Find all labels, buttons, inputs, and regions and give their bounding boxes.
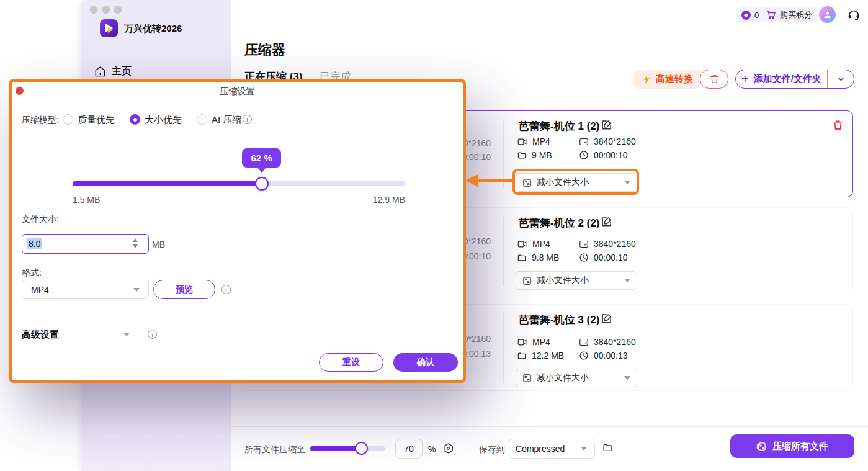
compression-settings-dialog: 压缩设置 压缩模型: 质量优先 大小优先 AI 压缩 i 62 % 1.5 MB… xyxy=(9,79,466,383)
confirm-button[interactable]: 确认 xyxy=(393,353,458,372)
radio-size-label[interactable]: 大小优先 xyxy=(145,114,182,126)
format-dropdown[interactable]: MP4 xyxy=(22,280,149,299)
slider-min-label: 1.5 MB xyxy=(73,195,100,205)
compress-mode-label: 减小文件大小 xyxy=(537,275,589,286)
info-icon[interactable]: i xyxy=(148,330,157,339)
file-name: 芭蕾舞-机位 2 (2) xyxy=(519,216,599,230)
buy-credits-label: 购买积分 xyxy=(780,9,812,20)
file-name: 芭蕾舞-机位 1 (2) xyxy=(519,119,599,133)
clock-icon xyxy=(579,253,589,262)
window-zoom-button[interactable] xyxy=(114,6,122,14)
reset-button[interactable]: 重设 xyxy=(319,353,383,372)
slider-max-label: 12.9 MB xyxy=(359,195,405,205)
duration-meta: 00:00:10 xyxy=(579,150,628,160)
size-meta: 9.8 MB xyxy=(517,253,559,262)
app-logo-icon xyxy=(100,19,118,37)
percent-input[interactable] xyxy=(395,439,423,459)
cart-icon xyxy=(766,10,776,20)
preview-button[interactable]: 预览 xyxy=(153,280,215,299)
format-label: 格式: xyxy=(22,267,42,279)
duration-meta: 00:00:10 xyxy=(579,253,628,262)
compress-to-label: 所有文件压缩至 xyxy=(244,444,305,455)
resolution-icon xyxy=(579,338,589,347)
radio-quality-label[interactable]: 质量优先 xyxy=(78,114,115,126)
window-close-button[interactable] xyxy=(90,6,98,14)
stepper-arrows[interactable] xyxy=(133,238,138,248)
annotation-arrow-head xyxy=(465,174,478,187)
reduce-size-icon xyxy=(522,374,532,383)
size-slider[interactable] xyxy=(73,181,405,186)
clock-icon xyxy=(579,150,589,160)
page-title: 压缩器 xyxy=(244,41,285,60)
radio-ai-compress[interactable] xyxy=(197,114,207,125)
avatar[interactable] xyxy=(819,6,836,23)
add-files-main[interactable]: + 添加文件/文件夹 xyxy=(736,72,827,86)
coin-icon: ◆ xyxy=(741,11,751,20)
info-icon[interactable]: i xyxy=(221,285,231,294)
save-to-label: 保存到 xyxy=(479,444,505,455)
open-folder-icon[interactable] xyxy=(602,442,614,453)
resolution-meta: 3840*2160 xyxy=(579,137,636,146)
advanced-settings-toggle[interactable]: 高级设置 xyxy=(22,329,59,341)
chevron-down-icon[interactable] xyxy=(123,333,130,336)
clear-list-button[interactable] xyxy=(700,70,728,89)
credits-count: 0 xyxy=(754,11,759,20)
clock-icon xyxy=(579,351,589,361)
sidebar-item-home[interactable]: 主页 xyxy=(94,62,218,81)
footer-divider xyxy=(231,426,868,427)
reduce-size-icon xyxy=(522,276,532,285)
global-compress-slider-handle[interactable] xyxy=(355,442,368,455)
card-divider xyxy=(503,217,504,286)
compress-mode-dropdown[interactable]: 减小文件大小 xyxy=(516,271,637,290)
file-size-input[interactable]: 8.0 xyxy=(22,234,149,254)
compress-mode-label: 减小文件大小 xyxy=(537,372,589,384)
rename-icon[interactable] xyxy=(601,119,612,130)
plus-icon: + xyxy=(741,72,749,86)
support-headset-icon[interactable] xyxy=(847,7,861,21)
save-folder-dropdown[interactable]: Compressed xyxy=(508,439,595,459)
annotation-highlight-box xyxy=(512,169,639,195)
format-meta: MP4 xyxy=(517,239,550,249)
radio-ai-label[interactable]: AI 压缩 xyxy=(212,114,241,126)
lightning-icon xyxy=(642,74,651,84)
file-size-value: 8.0 xyxy=(27,238,42,249)
radio-size-priority[interactable] xyxy=(130,114,140,125)
format-meta: MP4 xyxy=(517,137,550,146)
chevron-down-icon xyxy=(581,447,587,451)
chevron-down-icon xyxy=(624,279,630,282)
dialog-title: 压缩设置 xyxy=(12,86,463,97)
app-title: 万兴优转2026 xyxy=(124,23,182,35)
size-slider-handle[interactable] xyxy=(255,177,269,191)
button-divider xyxy=(827,70,828,88)
card-divider xyxy=(503,313,504,383)
sidebar-item-label: 主页 xyxy=(112,65,132,78)
chevron-down-icon xyxy=(133,288,140,292)
rename-icon[interactable] xyxy=(601,313,612,324)
global-compress-slider[interactable] xyxy=(310,446,385,451)
add-files-dropdown-toggle[interactable] xyxy=(828,74,854,84)
rename-icon[interactable] xyxy=(601,216,612,227)
radio-quality-priority[interactable] xyxy=(63,114,73,125)
size-meta: 12.2 MB xyxy=(517,351,564,361)
compress-icon xyxy=(756,441,767,452)
percent-sign: % xyxy=(428,444,436,454)
info-icon[interactable]: i xyxy=(243,115,252,124)
resolution-meta: 3840*2160 xyxy=(579,239,636,249)
size-meta: 9 MB xyxy=(517,150,552,160)
file-size-label: 文件大小: xyxy=(22,214,59,225)
delete-file-button[interactable] xyxy=(832,119,844,131)
add-files-button[interactable]: + 添加文件/文件夹 xyxy=(735,70,854,89)
compress-mode-dropdown[interactable]: 减小文件大小 xyxy=(516,369,637,387)
window-minimize-button[interactable] xyxy=(102,6,110,14)
compress-all-label: 压缩所有文件 xyxy=(772,441,828,452)
fast-convert-toggle[interactable]: 高速转换 xyxy=(634,70,701,89)
format-meta: MP4 xyxy=(517,337,550,347)
buy-credits-button[interactable]: 购买积分 xyxy=(761,7,818,22)
compress-all-button[interactable]: 压缩所有文件 xyxy=(730,434,854,458)
resolution-meta: 3840*2160 xyxy=(579,337,636,347)
chevron-down-icon xyxy=(624,376,630,380)
resolution-icon xyxy=(579,240,589,249)
chevron-down-icon xyxy=(836,74,846,84)
video-icon xyxy=(517,137,527,146)
apply-to-all-icon[interactable] xyxy=(442,442,454,454)
